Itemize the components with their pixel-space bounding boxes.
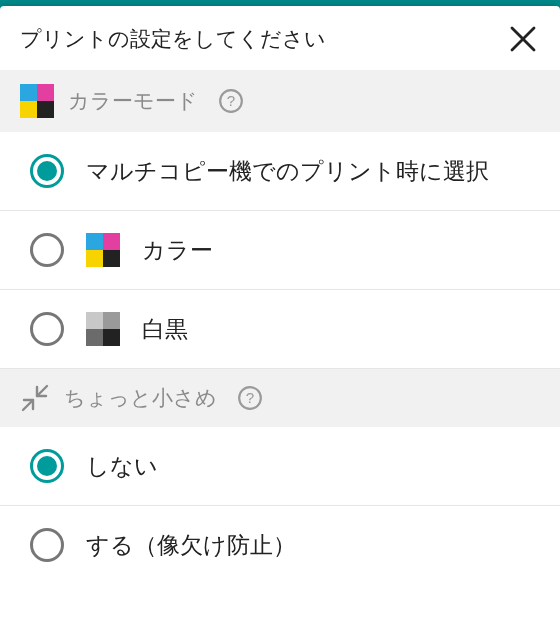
svg-line-4 [37,386,47,396]
svg-text:?: ? [246,389,254,406]
option-color-bw[interactable]: 白黒 [0,290,560,369]
section-header-color-mode: カラーモード ? [0,70,560,132]
option-label: マルチコピー機でのプリント時に選択 [86,156,489,187]
option-shrink-on[interactable]: する（像欠け防止） [0,506,560,584]
radio-icon [30,528,64,562]
shrink-arrows-icon [20,383,50,413]
option-label: しない [86,451,158,482]
radio-icon [30,154,64,188]
option-shrink-off[interactable]: しない [0,427,560,506]
cmyk-icon [20,84,54,118]
option-icon-slot [86,233,120,267]
section-header-shrink: ちょっと小さめ ? [0,369,560,427]
svg-line-5 [23,400,33,410]
help-icon: ? [218,88,244,114]
radio-icon [30,233,64,267]
option-icon-slot [86,312,120,346]
close-icon [509,25,537,53]
option-label: する（像欠け防止） [86,530,296,561]
option-label: カラー [142,235,213,266]
sheet-title: プリントの設定をしてください [20,25,326,53]
section-label-color-mode: カラーモード [68,87,198,115]
help-button-color-mode[interactable]: ? [218,88,244,114]
svg-text:?: ? [227,92,235,109]
radio-icon [30,449,64,483]
help-button-shrink[interactable]: ? [237,385,263,411]
print-settings-sheet: プリントの設定をしてください カラーモード ? マルチコピー機でのプリント時に選… [0,6,560,629]
option-color-auto[interactable]: マルチコピー機でのプリント時に選択 [0,132,560,211]
section-label-shrink: ちょっと小さめ [64,384,217,412]
radio-icon [30,312,64,346]
close-button[interactable] [506,22,540,56]
grayscale-icon [86,312,120,346]
option-label: 白黒 [142,314,188,345]
option-color-color[interactable]: カラー [0,211,560,290]
help-icon: ? [237,385,263,411]
sheet-header: プリントの設定をしてください [0,6,560,70]
cmyk-icon [86,233,120,267]
